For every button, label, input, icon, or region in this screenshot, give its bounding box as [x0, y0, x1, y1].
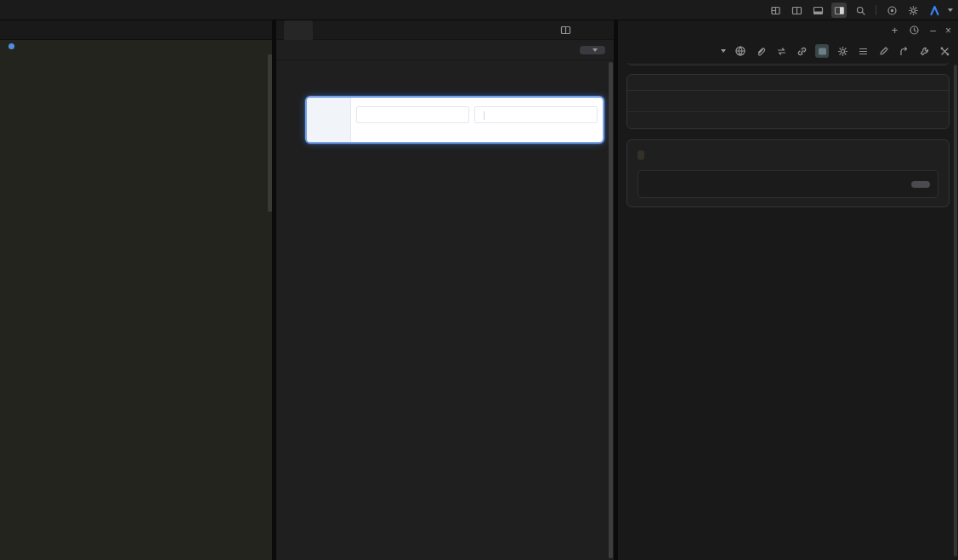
- wrench-icon[interactable]: [917, 44, 931, 58]
- code-area[interactable]: [0, 54, 241, 560]
- chevron-down-icon: [721, 49, 726, 53]
- tab-walkthrough[interactable]: [284, 20, 313, 40]
- agent-header: + – ×: [618, 20, 958, 40]
- customize-layout-icon[interactable]: [768, 3, 783, 18]
- browser-icon[interactable]: [884, 3, 899, 18]
- agent-scrollbar[interactable]: [954, 65, 957, 557]
- message-card: [626, 139, 949, 207]
- breadcrumb[interactable]: [0, 40, 272, 53]
- dashboard-screenshot: [305, 96, 604, 144]
- mode-selector[interactable]: [717, 49, 726, 53]
- app-window: + – ×: [0, 0, 958, 560]
- editor-scrollbar[interactable]: [268, 54, 272, 212]
- mock-chart-axis: [484, 111, 593, 120]
- doc-content[interactable]: [276, 61, 614, 560]
- agent-content[interactable]: [618, 63, 958, 560]
- agent-toolbar: [618, 40, 958, 62]
- doc-scrollbar[interactable]: [609, 62, 613, 558]
- editor-tab-strip: [0, 20, 272, 40]
- link-icon[interactable]: [795, 44, 808, 58]
- steps-card: [626, 63, 949, 65]
- split-editor-icon[interactable]: [789, 3, 804, 18]
- chevron-down-icon: [592, 48, 598, 52]
- attachment-icon[interactable]: [754, 44, 768, 58]
- chevron-down-icon[interactable]: [948, 8, 953, 12]
- walkthrough-attachment[interactable]: [638, 170, 938, 198]
- open-button[interactable]: [911, 181, 930, 188]
- search-icon[interactable]: [853, 3, 868, 18]
- doc-tab-strip: [276, 20, 614, 40]
- mock-sidebar: [307, 98, 351, 142]
- history-clock-icon[interactable]: [907, 24, 921, 37]
- edit-pen-icon[interactable]: [876, 44, 890, 58]
- list-icon[interactable]: [856, 44, 870, 58]
- inline-code-dashboard: [638, 150, 644, 160]
- close-icon[interactable]: ×: [945, 25, 951, 37]
- mock-graph-card: [474, 106, 598, 123]
- split-view-icon[interactable]: [558, 24, 572, 37]
- settings-gear-icon[interactable]: [836, 44, 849, 58]
- split-close-icon[interactable]: [938, 44, 951, 58]
- terminal-square-icon[interactable]: [815, 44, 829, 58]
- files-edited-chips: [638, 102, 938, 104]
- file-icon: [9, 43, 14, 49]
- globe-icon[interactable]: [734, 44, 747, 58]
- code-editor-pane: [0, 20, 272, 560]
- repeat-icon[interactable]: [774, 44, 788, 58]
- settings-gear-icon[interactable]: [905, 3, 921, 18]
- doc-header: [276, 40, 614, 60]
- titlebar: [0, 0, 958, 20]
- minimize-icon[interactable]: –: [930, 25, 936, 37]
- mock-main: [351, 98, 603, 142]
- verify-card: [626, 74, 949, 129]
- branch-icon[interactable]: [897, 44, 910, 58]
- new-thread-icon[interactable]: +: [892, 24, 898, 37]
- agent-pane: + – ×: [618, 20, 958, 560]
- mock-activity-card: [356, 106, 469, 123]
- walkthrough-pane: [276, 20, 614, 560]
- agent-logo-icon[interactable]: [927, 3, 942, 18]
- panel-right-icon[interactable]: [831, 3, 847, 18]
- message-intro: [638, 149, 938, 161]
- titlebar-divider: [876, 5, 876, 15]
- panel-bottom-icon[interactable]: [810, 3, 825, 18]
- review-button[interactable]: [580, 46, 605, 54]
